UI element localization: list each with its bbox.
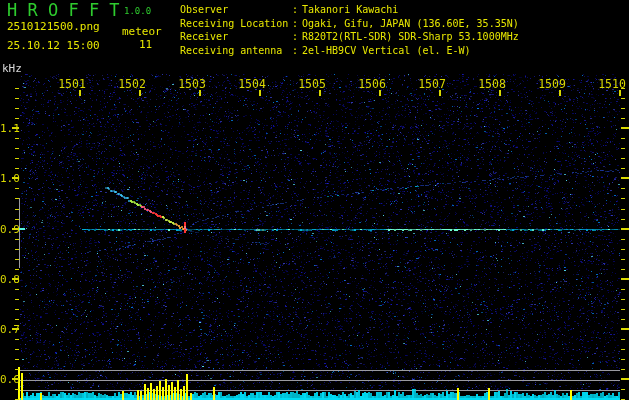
x-tick-label: 1502 (117, 77, 147, 91)
info-colon: : (292, 44, 302, 58)
x-tick-label: 1509 (537, 77, 567, 91)
x-tick-label: 1504 (237, 77, 267, 91)
info-label: Receiving antenna (180, 44, 292, 58)
info-colon: : (292, 17, 302, 31)
x-tick-label: 1503 (177, 77, 207, 91)
mode-label: meteor (122, 25, 162, 38)
y-tick-label: 0.7 (0, 323, 15, 336)
info-value: 2el-HB9CV Vertical (el. E-W) (302, 45, 471, 56)
x-tick-label: 1506 (357, 77, 387, 91)
output-filename: 2510121500.png (7, 20, 100, 33)
y-tick-label: 0.6 (0, 373, 15, 386)
info-colon: : (292, 30, 302, 44)
y-tick-label: 0.8 (0, 273, 15, 286)
y-tick-label: 0.9 (0, 223, 15, 236)
x-tick-label: 1507 (417, 77, 447, 91)
echo-count: 11 (139, 38, 152, 51)
info-row: Receiver:R820T2(RTL-SDR) SDR-Sharp 53.10… (180, 30, 519, 44)
info-value: Ogaki, Gifu, JAPAN (136.60E, 35.35N) (302, 18, 519, 29)
hrofft-screen: H R O F F T 1.0.0 2510121500.png meteor … (0, 0, 629, 400)
x-tick-label: 1508 (477, 77, 507, 91)
info-label: Receiving Location (180, 17, 292, 31)
app-version: 1.0.0 (124, 6, 151, 16)
y-axis-unit: kHz (2, 62, 22, 75)
info-label: Receiver (180, 30, 292, 44)
spectrogram-canvas (0, 0, 629, 400)
info-row: Receiving antenna:2el-HB9CV Vertical (el… (180, 44, 519, 58)
observation-datetime: 25.10.12 15:00 (7, 39, 100, 52)
info-value: Takanori Kawachi (302, 4, 398, 15)
info-row: Observer:Takanori Kawachi (180, 3, 519, 17)
info-row: Receiving Location:Ogaki, Gifu, JAPAN (1… (180, 17, 519, 31)
app-title: H R O F F T (7, 2, 120, 18)
y-tick-label: 1.0 (0, 172, 15, 185)
info-value: R820T2(RTL-SDR) SDR-Sharp 53.1000MHz (302, 31, 519, 42)
info-label: Observer (180, 3, 292, 17)
x-tick-label: 1505 (297, 77, 327, 91)
x-tick-label: 1510 (597, 77, 627, 91)
y-tick-label: 1.1 (0, 122, 15, 135)
station-info-block: Observer:Takanori KawachiReceiving Locat… (180, 3, 519, 57)
x-tick-label: 1501 (57, 77, 87, 91)
info-colon: : (292, 3, 302, 17)
